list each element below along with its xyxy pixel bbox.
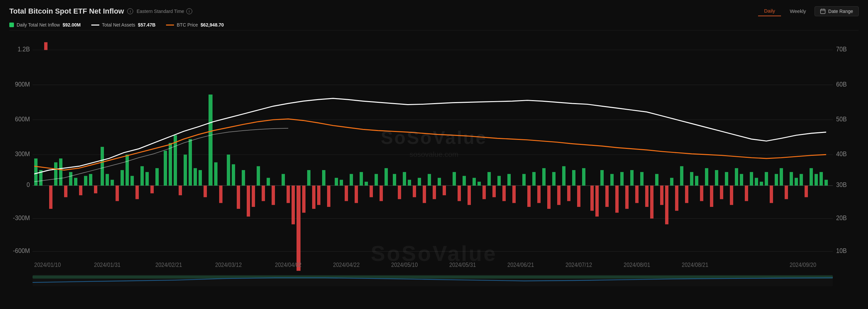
svg-rect-125 — [557, 186, 560, 205]
svg-rect-162 — [745, 186, 748, 201]
svg-rect-168 — [775, 174, 778, 186]
svg-rect-72 — [272, 186, 275, 205]
svg-rect-129 — [577, 186, 581, 207]
svg-text:2024/06/21: 2024/06/21 — [507, 261, 534, 268]
svg-rect-145 — [660, 186, 663, 205]
svg-rect-175 — [810, 168, 813, 186]
svg-text:2024/09/20: 2024/09/20 — [789, 261, 816, 268]
svg-rect-46 — [135, 186, 139, 199]
svg-rect-127 — [567, 186, 570, 201]
svg-rect-141 — [640, 172, 644, 186]
svg-rect-58 — [198, 170, 202, 186]
svg-rect-144 — [655, 174, 658, 186]
daily-button[interactable]: Daily — [758, 6, 781, 16]
svg-rect-138 — [625, 186, 628, 209]
svg-rect-89 — [365, 182, 368, 186]
title-info-icon[interactable]: i — [127, 8, 133, 14]
svg-rect-108 — [468, 186, 471, 205]
svg-rect-163 — [750, 172, 753, 186]
svg-rect-173 — [800, 174, 803, 186]
svg-rect-0 — [820, 9, 825, 13]
svg-text:40B: 40B — [836, 150, 847, 158]
timezone-info-icon[interactable]: i — [186, 8, 192, 14]
svg-rect-95 — [398, 186, 401, 199]
svg-rect-106 — [458, 186, 461, 201]
svg-rect-88 — [360, 172, 363, 186]
svg-rect-150 — [685, 186, 688, 203]
svg-text:2024/04/02: 2024/04/02 — [275, 261, 302, 268]
svg-text:2024/01/10: 2024/01/10 — [34, 261, 61, 268]
svg-rect-81 — [322, 170, 326, 186]
svg-text:2024/05/10: 2024/05/10 — [391, 261, 418, 268]
controls-section: Daily Weekly Date Range — [758, 6, 859, 16]
svg-rect-154 — [705, 168, 708, 186]
svg-text:70B: 70B — [836, 45, 847, 53]
svg-rect-157 — [720, 186, 723, 199]
svg-rect-50 — [155, 168, 159, 186]
svg-rect-66 — [242, 170, 245, 186]
svg-rect-148 — [675, 186, 678, 211]
svg-rect-155 — [710, 186, 713, 207]
svg-rect-92 — [379, 186, 383, 201]
svg-rect-135 — [610, 174, 614, 186]
svg-rect-133 — [600, 170, 604, 186]
svg-rect-103 — [438, 178, 441, 185]
svg-rect-71 — [267, 178, 270, 185]
svg-rect-118 — [522, 174, 526, 186]
svg-rect-28 — [44, 42, 48, 50]
svg-rect-116 — [507, 174, 511, 186]
svg-rect-78 — [307, 170, 310, 186]
svg-text:0: 0 — [27, 181, 30, 188]
svg-rect-67 — [247, 186, 250, 216]
header-row: Total Bitcoin Spot ETF Net Inflow i East… — [9, 6, 859, 16]
chart-area[interactable]: 1.2B 900M 600M 300M 0 -300M -600M 70B 60… — [9, 34, 859, 306]
svg-rect-142 — [645, 186, 649, 207]
svg-rect-102 — [433, 186, 436, 199]
svg-rect-180 — [33, 276, 833, 278]
svg-rect-90 — [370, 186, 373, 197]
svg-rect-45 — [130, 176, 134, 186]
svg-rect-42 — [116, 186, 119, 201]
svg-rect-87 — [354, 186, 358, 203]
svg-text:2024/04/22: 2024/04/22 — [333, 261, 360, 268]
svg-rect-147 — [670, 178, 674, 185]
svg-rect-74 — [286, 186, 290, 203]
svg-rect-101 — [428, 174, 431, 186]
svg-rect-121 — [537, 186, 540, 203]
svg-rect-99 — [418, 178, 421, 185]
calendar-icon — [820, 9, 826, 14]
svg-text:50B: 50B — [836, 115, 847, 123]
svg-rect-41 — [111, 180, 114, 186]
svg-rect-65 — [237, 186, 240, 209]
svg-rect-177 — [819, 172, 823, 186]
date-range-label: Date Range — [828, 9, 853, 14]
svg-rect-33 — [69, 172, 72, 186]
svg-rect-132 — [595, 186, 599, 216]
svg-rect-60 — [209, 95, 213, 186]
svg-rect-104 — [443, 186, 446, 195]
net-inflow-value: $92.00M — [62, 22, 80, 28]
svg-text:2024/08/01: 2024/08/01 — [624, 261, 650, 268]
svg-rect-166 — [765, 172, 768, 186]
svg-rect-136 — [615, 186, 619, 213]
total-assets-color-swatch — [91, 25, 99, 26]
svg-rect-51 — [164, 151, 167, 186]
svg-rect-169 — [780, 168, 783, 186]
date-range-button[interactable]: Date Range — [814, 6, 859, 16]
svg-rect-151 — [690, 172, 693, 186]
btc-price-value: $62,948.70 — [200, 22, 224, 28]
svg-text:30B: 30B — [836, 181, 847, 188]
svg-text:2024/02/21: 2024/02/21 — [155, 261, 182, 268]
legend-net-inflow: Daily Total Net Inflow $92.00M — [9, 22, 81, 28]
weekly-button[interactable]: Weekly — [784, 6, 812, 16]
total-assets-value: $57.47B — [138, 22, 155, 28]
svg-text:300M: 300M — [15, 150, 30, 158]
svg-rect-55 — [184, 154, 187, 185]
svg-rect-119 — [527, 186, 531, 207]
svg-rect-174 — [805, 186, 808, 197]
svg-rect-52 — [169, 143, 172, 186]
svg-rect-111 — [483, 186, 486, 199]
svg-rect-62 — [219, 186, 222, 203]
svg-text:20B: 20B — [836, 213, 847, 221]
svg-rect-69 — [257, 166, 260, 185]
